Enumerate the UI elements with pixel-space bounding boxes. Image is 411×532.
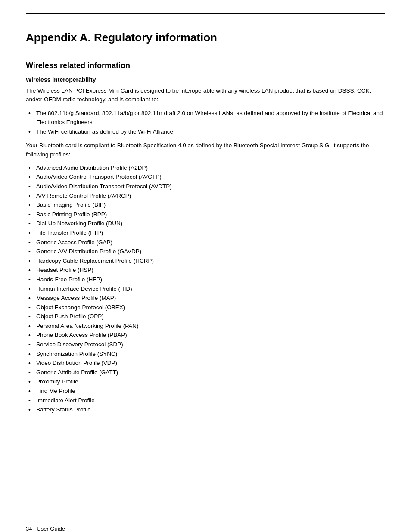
paragraph-1: The Wireless LAN PCI Express Mini Card i… [26,87,385,104]
appendix-title: Appendix A. Regulatory information [26,31,385,44]
paragraph-2: Your Bluetooth card is compliant to Blue… [26,141,385,159]
list-item: Video Distribution Profile (VDP) [26,358,385,368]
list-item: Phone Book Access Profile (PBAP) [26,330,385,340]
list-item: Object Push Profile (OPP) [26,312,385,321]
list-item: Dial-Up Networking Profile (DUN) [26,219,385,228]
content-area: Appendix A. Regulatory information Wirel… [0,14,411,445]
list-item: Audio/Video Distribution Transport Proto… [26,182,385,191]
list-item: Proximity Profile [26,377,385,386]
list-item: Message Access Profile (MAP) [26,293,385,303]
list-item: Human Interface Device Profile (HID) [26,284,385,294]
list-item: Basic Printing Profile (BPP) [26,210,385,219]
list-item: File Transfer Profile (FTP) [26,228,385,238]
list-item: Synchronization Profile (SYNC) [26,349,385,359]
list-item: Service Discovery Protocol (SDP) [26,340,385,349]
page-container: Appendix A. Regulatory information Wirel… [0,13,411,532]
list-item: Find Me Profile [26,386,385,396]
list-item: Immediate Alert Profile [26,396,385,405]
page-number: 34 [26,526,32,532]
list-item: The 802.11b/g Standard, 802.11a/b/g or 8… [26,109,385,127]
section-title: Wireless related information [26,61,385,70]
page-footer: 34 User Guide [26,526,65,532]
footer-label: User Guide [37,526,65,532]
list-item: Generic Attribute Profile (GATT) [26,368,385,377]
subsection-title: Wireless interoperability [26,76,385,83]
list-item: A/V Remote Control Profile (AVRCP) [26,191,385,201]
bullet-list-2: Advanced Audio Distribution Profile (A2D… [26,163,385,414]
list-item: Hands-Free Profile (HFP) [26,275,385,284]
list-item: Generic Access Profile (GAP) [26,238,385,247]
list-item: Headset Profile (HSP) [26,265,385,275]
list-item: Hardcopy Cable Replacement Profile (HCRP… [26,256,385,266]
list-item: Personal Area Networking Profile (PAN) [26,321,385,331]
section-rule [26,53,385,53]
list-item: The WiFi certification as defined by the… [26,127,385,137]
list-item: Battery Status Profile [26,405,385,414]
list-item: Object Exchange Protocol (OBEX) [26,303,385,312]
list-item: Audio/Video Control Transport Protocol (… [26,172,385,182]
list-item: Basic Imaging Profile (BIP) [26,200,385,210]
bullet-list-1: The 802.11b/g Standard, 802.11a/b/g or 8… [26,109,385,137]
list-item: Generic A/V Distribution Profile (GAVDP) [26,247,385,256]
list-item: Advanced Audio Distribution Profile (A2D… [26,163,385,173]
